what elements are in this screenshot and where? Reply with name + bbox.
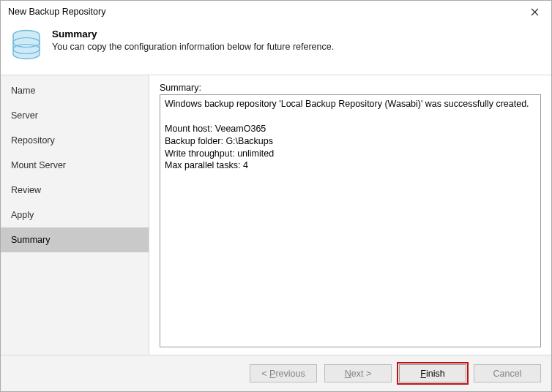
- titlebar: New Backup Repository: [1, 1, 551, 23]
- close-icon: [531, 8, 539, 16]
- sidebar-item-repository[interactable]: Repository: [1, 128, 149, 153]
- next-button: Next >: [324, 364, 392, 382]
- page-title: Summary: [52, 29, 334, 39]
- sidebar-item-label: Mount Server: [11, 160, 66, 170]
- sidebar-item-label: Repository: [11, 135, 55, 146]
- sidebar-item-name[interactable]: Name: [1, 78, 149, 103]
- sidebar-item-label: Summary: [11, 235, 50, 245]
- wizard-header: Summary You can copy the configuration i…: [1, 23, 551, 75]
- sidebar-item-label: Name: [11, 86, 35, 96]
- sidebar-item-review[interactable]: Review: [1, 178, 149, 203]
- sidebar-item-server[interactable]: Server: [1, 103, 149, 128]
- sidebar-item-summary[interactable]: Summary: [1, 227, 149, 252]
- wizard-content: Name Server Repository Mount Server Revi…: [1, 75, 551, 355]
- sidebar-item-label: Apply: [11, 210, 34, 220]
- wizard-footer: < Previous Next > Finish Cancel: [1, 355, 551, 391]
- summary-textbox[interactable]: Windows backup repository 'Local Backup …: [160, 94, 541, 347]
- wizard-sidebar: Name Server Repository Mount Server Revi…: [1, 75, 149, 355]
- sidebar-item-mount-server[interactable]: Mount Server: [1, 153, 149, 178]
- finish-button[interactable]: Finish: [399, 364, 466, 382]
- header-text: Summary You can copy the configuration i…: [52, 29, 334, 52]
- cancel-button: Cancel: [474, 364, 541, 382]
- repository-disk-icon: [11, 29, 42, 64]
- cancel-button-label: Cancel: [493, 369, 522, 379]
- sidebar-item-apply[interactable]: Apply: [1, 203, 149, 227]
- sidebar-item-label: Server: [11, 110, 38, 121]
- sidebar-item-label: Review: [11, 185, 41, 195]
- previous-button: < Previous: [250, 364, 317, 382]
- wizard-main: Summary: Windows backup repository 'Loca…: [149, 75, 551, 355]
- summary-label: Summary:: [160, 83, 541, 93]
- window-title: New Backup Repository: [8, 7, 105, 17]
- close-button[interactable]: [518, 1, 551, 23]
- page-subtitle: You can copy the configuration informati…: [52, 42, 334, 52]
